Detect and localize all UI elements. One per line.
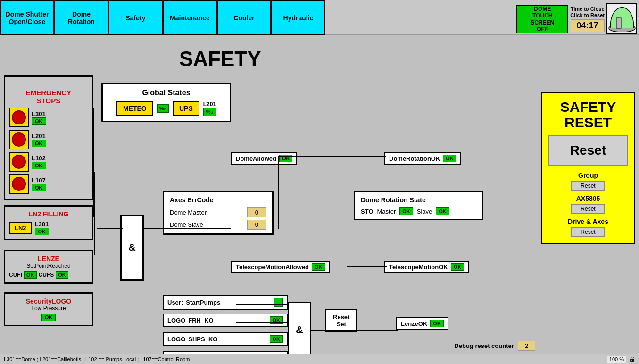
ln2-label: L301 bbox=[35, 221, 50, 228]
lenze-ok-badge: OK bbox=[430, 320, 444, 327]
cufs-ok: OK bbox=[56, 271, 68, 279]
estop-l102-ok: OK bbox=[32, 162, 46, 169]
dome-allowed-label: DomeAllowed bbox=[236, 155, 276, 162]
nav-dome-shutter[interactable]: Dome Shutter Open/Close bbox=[0, 0, 54, 35]
nav-dome-rotation-label: Dome Rotation bbox=[68, 10, 95, 25]
reset-label: Reset bbox=[333, 314, 349, 321]
ups-pct: %s bbox=[203, 108, 216, 116]
emergency-stops-title: EMERGENCY STOPS bbox=[9, 81, 88, 105]
logo-shps-name: SHPS_KO bbox=[188, 336, 266, 343]
dome-rotation-ok-signal: DomeRotationOK OK bbox=[384, 152, 461, 165]
ups-indicator: UPS bbox=[173, 101, 199, 116]
ln2-title: LN2 FILLING bbox=[9, 210, 88, 218]
svg-rect-1 bbox=[616, 18, 621, 28]
estop-l107-indicator bbox=[9, 174, 29, 194]
ln2-ok: OK bbox=[35, 228, 50, 235]
master-label: Master bbox=[377, 208, 396, 215]
security-logo-box: SecurityLOGO Low Pressure OK bbox=[4, 292, 93, 326]
reset-big-button[interactable]: Reset bbox=[548, 135, 628, 166]
estop-l301-ok: OK bbox=[32, 117, 46, 125]
global-states-box: Global States METEO %s UPS L201 %s bbox=[101, 83, 231, 122]
drive-axes-section: Drive & Axes Reset bbox=[548, 218, 628, 237]
drive-axes-label: Drive & Axes bbox=[548, 218, 628, 225]
safety-reset-title: SAFETY RESET bbox=[548, 99, 628, 130]
logo-shps-tag: LOGO bbox=[167, 336, 185, 343]
logo-shps-ko: LOGO SHPS_KO OK bbox=[163, 332, 288, 346]
security-title: SecurityLOGO bbox=[9, 298, 88, 305]
and-gate-1: & bbox=[120, 215, 144, 281]
telescope-motion-allowed-signal: TelescopeMotionAllowed OK bbox=[231, 261, 330, 273]
nav-dome-shutter-label: Dome Shutter Open/Close bbox=[6, 10, 49, 25]
lenze-box: LENZE SetPointReached CUFI OK CUFS OK bbox=[4, 250, 93, 284]
lenze-title: LENZE bbox=[9, 255, 88, 263]
ax5805-label: AX5805 bbox=[548, 195, 628, 202]
cufi-ok: OK bbox=[24, 271, 37, 279]
estop-l107-ok: OK bbox=[32, 184, 46, 191]
nav-safety[interactable]: Safety bbox=[108, 0, 163, 35]
estop-l301-label: L301 bbox=[32, 110, 46, 117]
estop-l201-indicator bbox=[9, 130, 29, 149]
dome-rotation-state-title: Dome Rotation State bbox=[361, 196, 476, 204]
telescope-motion-ok-signal: TelescopeMotionOK OK bbox=[384, 261, 469, 273]
meteo-indicator: METEO bbox=[116, 101, 153, 116]
status-icon: 🖨 bbox=[629, 356, 635, 363]
dome-allowed-signal: DomeAllowed OK bbox=[231, 152, 297, 165]
estop-l102-indicator bbox=[9, 152, 29, 172]
dome-touch-label: DOME TOUCH SCREEN OFF bbox=[521, 6, 564, 33]
global-states-title: Global States bbox=[108, 89, 225, 97]
nav-dome-rotation[interactable]: Dome Rotation bbox=[54, 0, 108, 35]
user-pumps-name: StartPumps bbox=[186, 299, 220, 306]
group-label: Group bbox=[548, 172, 628, 179]
debug-counter-label: Debug reset counter bbox=[454, 342, 514, 349]
ax5805-section: AX5805 Reset bbox=[548, 195, 628, 214]
cufi-label: CUFI bbox=[9, 272, 22, 278]
status-bar: L301==Dome ; L201==Caillebotis ; L102 ==… bbox=[0, 354, 639, 364]
dome-touch-screen-button[interactable]: DOME TOUCH SCREEN OFF bbox=[516, 5, 568, 33]
telescope-motion-ok-label: TelescopeMotionOK bbox=[389, 264, 448, 271]
nav-cooler[interactable]: Cooler bbox=[217, 0, 271, 35]
user-start-pumps: User: StartPumps bbox=[163, 295, 288, 310]
meteo-pct: %s bbox=[157, 104, 169, 113]
ax5805-reset-button[interactable]: Reset bbox=[571, 204, 605, 214]
dome-rotation-ok-badge: OK bbox=[443, 155, 456, 162]
drive-axes-reset-button[interactable]: Reset bbox=[571, 227, 605, 237]
nav-maintenance[interactable]: Maintenance bbox=[163, 0, 217, 35]
telescope-motion-allowed-label: TelescopeMotionAllowed bbox=[236, 264, 309, 271]
telescope-motion-ok-badge: OK bbox=[451, 263, 465, 271]
logo-frh-ko: LOGO FRH_KO OK bbox=[163, 314, 288, 327]
estop-l301-indicator bbox=[9, 108, 29, 127]
sto-label: STO bbox=[361, 208, 373, 215]
set-label: Set bbox=[333, 321, 349, 328]
dome-icon bbox=[606, 3, 637, 34]
group-reset-button[interactable]: Reset bbox=[571, 181, 605, 191]
nav-hydraulic[interactable]: Hydraulic bbox=[271, 0, 325, 35]
debug-counter-value: 2 bbox=[518, 341, 535, 351]
ln2-indicator: LN2 bbox=[9, 222, 32, 234]
emergency-stops-box: EMERGENCY STOPS L301 OK L201 OK bbox=[4, 75, 93, 200]
estop-l107-label: L107 bbox=[32, 177, 46, 184]
ups-label: L201 bbox=[203, 101, 216, 108]
logo-shps-ok: OK bbox=[270, 335, 283, 343]
dome-rot-slave-ok: OK bbox=[436, 207, 449, 215]
reset-set-box: Reset Set bbox=[325, 309, 357, 332]
dome-rot-master-ok: OK bbox=[399, 207, 413, 215]
lenze-ok-signal: LenzeOK OK bbox=[396, 317, 448, 330]
ln2-filling-box: LN2 FILLING LN2 L301 OK bbox=[4, 205, 93, 240]
nav-maintenance-label: Maintenance bbox=[170, 14, 210, 22]
axes-errcode-title: Axes ErrCode bbox=[170, 196, 266, 204]
debug-counter-section: Debug reset counter 2 bbox=[454, 341, 535, 351]
dome-rotation-ok-label: DomeRotationOK bbox=[389, 155, 440, 162]
time-to-close-label: Time to Close Click to Reset bbox=[570, 6, 605, 18]
and-gate-2: & bbox=[288, 302, 311, 358]
estop-l102-label: L102 bbox=[32, 155, 46, 162]
nav-safety-label: Safety bbox=[125, 14, 145, 22]
cufs-label: CUFS bbox=[39, 272, 54, 278]
time-value[interactable]: 04:17 bbox=[571, 19, 605, 32]
axes-master-label: Dome Master bbox=[170, 209, 207, 216]
security-subtitle: Low Pressure bbox=[9, 305, 88, 312]
user-label: User: bbox=[167, 299, 183, 306]
nav-hydraulic-label: Hydraulic bbox=[283, 14, 314, 22]
estop-l201-ok: OK bbox=[32, 140, 46, 147]
page-title: SAFETY bbox=[179, 47, 261, 71]
status-text: L301==Dome ; L201==Caillebotis ; L102 ==… bbox=[4, 356, 190, 362]
